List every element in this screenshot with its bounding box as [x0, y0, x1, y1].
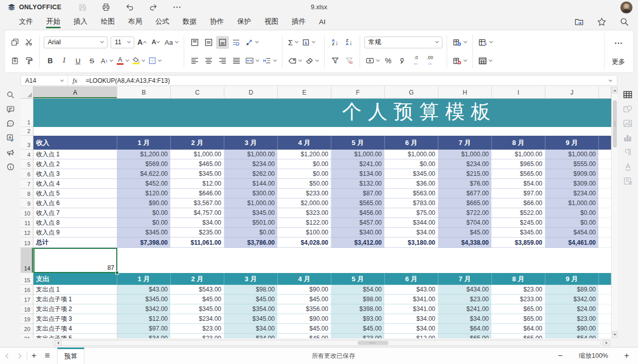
align-left-button[interactable]: [188, 54, 201, 67]
row-header-9[interactable]: 9: [21, 198, 33, 208]
data-cell[interactable]: $23.00: [171, 324, 224, 334]
title-banner-cell[interactable]: 个人预算模板: [33, 99, 611, 127]
data-cell[interactable]: $0.00: [117, 218, 171, 228]
month-header[interactable]: 1 月: [117, 273, 171, 285]
data-cell[interactable]: $2,000.00: [278, 198, 331, 208]
chart-settings-icon[interactable]: [623, 133, 632, 142]
data-cell[interactable]: $23.00: [171, 334, 224, 338]
filler-cell[interactable]: [599, 169, 611, 179]
menu-tab-协作[interactable]: 协作: [203, 14, 231, 29]
data-cell[interactable]: $345.00: [224, 314, 278, 324]
income-section-label[interactable]: 收入: [33, 136, 117, 150]
filler-cell[interactable]: [599, 334, 611, 338]
text-orientation-button[interactable]: [244, 36, 260, 49]
filler-cell[interactable]: [599, 324, 611, 334]
total-cell[interactable]: $4,461.00: [545, 238, 599, 248]
data-cell[interactable]: $323.00: [278, 208, 331, 218]
month-header[interactable]: 5 月: [331, 136, 385, 150]
column-header-G[interactable]: G: [385, 86, 438, 99]
row-header-16[interactable]: 16: [21, 285, 33, 295]
data-cell[interactable]: $345.00: [492, 228, 545, 238]
column-header-C[interactable]: C: [171, 86, 224, 99]
data-cell[interactable]: $1,000.00: [224, 198, 278, 208]
zoom-level-label[interactable]: 缩放100%: [579, 352, 608, 360]
vertical-scroll-thumb[interactable]: [613, 100, 617, 148]
data-cell[interactable]: $356.00: [278, 304, 331, 314]
data-cell[interactable]: $45.00: [438, 228, 492, 238]
data-cell[interactable]: $262.00: [224, 169, 278, 179]
data-cell[interactable]: $100.00: [278, 228, 331, 238]
row-header-4[interactable]: 4: [21, 150, 33, 159]
data-cell[interactable]: $54.00: [545, 334, 599, 338]
data-cell[interactable]: $569.00: [117, 159, 171, 169]
filler-cell[interactable]: [599, 314, 611, 324]
data-cell[interactable]: $12.00: [117, 314, 171, 324]
search-menu-icon[interactable]: [618, 16, 630, 27]
indent-button[interactable]: [261, 54, 278, 67]
table-settings-icon[interactable]: [623, 90, 632, 99]
autosum-button[interactable]: Σ: [287, 36, 299, 49]
menu-tab-开始[interactable]: 开始: [40, 14, 67, 29]
row-label-cell[interactable]: 支出点子项 1: [33, 295, 117, 304]
data-cell[interactable]: $341.00: [385, 295, 438, 304]
filler-cell[interactable]: [599, 228, 611, 238]
data-cell[interactable]: $120.00: [117, 189, 171, 198]
clear-filter-button[interactable]: [343, 54, 356, 67]
data-cell[interactable]: $309.00: [545, 179, 599, 189]
data-cell[interactable]: $646.00: [171, 189, 224, 198]
toolbar-more-label[interactable]: 更多: [612, 57, 625, 66]
month-header[interactable]: 2 月: [171, 273, 224, 285]
data-cell[interactable]: $665.00: [438, 198, 492, 208]
sort-descending-button[interactable]: ZA↓: [343, 36, 356, 49]
data-cell[interactable]: $543.00: [171, 285, 224, 295]
data-cell[interactable]: $354.00: [224, 304, 278, 314]
comments-icon[interactable]: [6, 104, 15, 114]
column-header-B[interactable]: B: [117, 86, 171, 99]
merge-cells-button[interactable]: [244, 54, 260, 67]
expense-section-label[interactable]: 支出: [33, 273, 117, 285]
data-cell[interactable]: $215.00: [438, 169, 492, 179]
number-format-select[interactable]: 常规: [364, 37, 442, 48]
zoom-out-button[interactable]: −: [555, 351, 565, 360]
data-cell[interactable]: $34.00: [438, 314, 492, 324]
data-cell[interactable]: $3,567.00: [171, 198, 224, 208]
total-label-cell[interactable]: 总计: [33, 238, 117, 248]
data-cell[interactable]: $12.00: [385, 334, 438, 338]
data-cell[interactable]: $344.00: [385, 218, 438, 228]
data-cell[interactable]: $34.00: [171, 218, 224, 228]
data-cell[interactable]: $34.00: [224, 324, 278, 334]
filler-cell[interactable]: [599, 159, 611, 169]
horizontal-scrollbar[interactable]: [21, 339, 611, 347]
row-label-cell[interactable]: 支出点子项 5: [33, 334, 117, 338]
data-cell[interactable]: $23.00: [331, 334, 385, 338]
font-name-select[interactable]: Arial: [44, 37, 108, 48]
data-cell[interactable]: $1,000.00: [171, 150, 224, 159]
filler-cell[interactable]: [599, 218, 611, 228]
month-header[interactable]: 4 月: [278, 273, 331, 285]
user-avatar[interactable]: [620, 1, 633, 14]
row-header-2[interactable]: 2: [21, 127, 33, 136]
expand-formula-bar-icon[interactable]: [609, 78, 612, 81]
scroll-down-arrow[interactable]: [612, 331, 617, 338]
month-header[interactable]: 2 月: [171, 136, 224, 150]
horizontal-scroll-track[interactable]: [52, 340, 601, 346]
text-art-settings-icon[interactable]: [623, 162, 632, 171]
font-size-select[interactable]: 11: [111, 37, 134, 48]
shape-settings-icon[interactable]: [623, 104, 632, 114]
open-file-location-icon[interactable]: [573, 16, 584, 27]
format-painter-button[interactable]: [22, 54, 35, 67]
data-cell[interactable]: $342.00: [545, 295, 599, 304]
blank-cell[interactable]: [33, 127, 611, 136]
fill-down-button[interactable]: [300, 36, 316, 49]
filler-cell[interactable]: [599, 304, 611, 314]
selected-cell-A14[interactable]: 87: [33, 248, 117, 273]
data-cell[interactable]: $98.00: [224, 285, 278, 295]
data-cell[interactable]: $457.00: [331, 218, 385, 228]
data-cell[interactable]: $45.00: [171, 295, 224, 304]
scroll-left-arrow[interactable]: [55, 340, 62, 346]
data-cell[interactable]: $75.00: [385, 208, 438, 218]
copy-button[interactable]: [8, 36, 21, 49]
row-label-cell[interactable]: 收入点 7: [33, 208, 117, 218]
data-cell[interactable]: $1,000.00: [438, 150, 492, 159]
data-cell[interactable]: $434.00: [438, 285, 492, 295]
